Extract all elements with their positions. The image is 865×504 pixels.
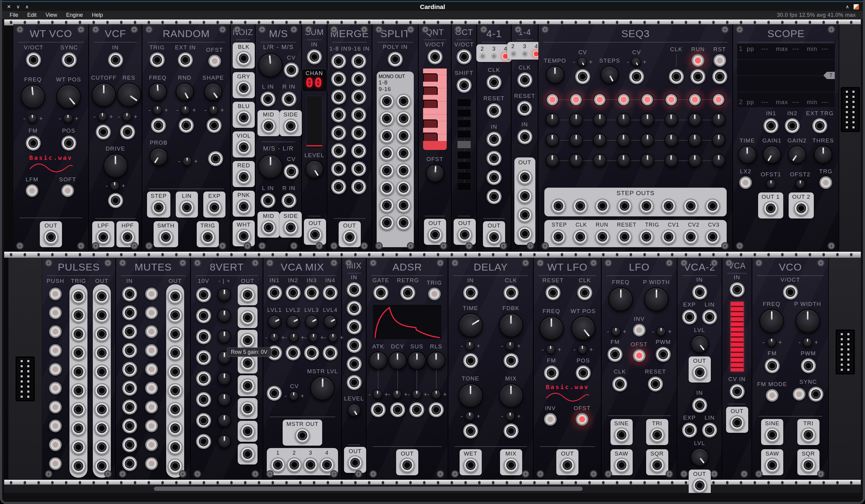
mutes-out-4-jack[interactable] (168, 345, 183, 360)
seq3-trig-jack[interactable] (639, 229, 654, 244)
vert8-10v-3-jack[interactable] (196, 329, 211, 344)
seq3-port-jack[interactable] (712, 69, 727, 84)
vcamix-lvl1-knob[interactable] (268, 315, 281, 329)
mix-port-jack[interactable] (347, 375, 362, 390)
mutes-in-10-jack[interactable] (122, 456, 137, 471)
delay-tone-knob[interactable] (458, 383, 483, 408)
vca2-out-jack[interactable] (692, 478, 707, 493)
pulses-trig-2-jack[interactable] (71, 308, 86, 323)
octave-cell[interactable] (457, 120, 471, 128)
g7-gate-light-lit[interactable] (688, 93, 702, 106)
wtlfo-clk-jack[interactable] (577, 285, 592, 300)
noiz-blk-jack[interactable] (236, 51, 251, 66)
ms-r-in-jack[interactable] (281, 92, 297, 107)
mutes-in-2-jack[interactable] (122, 305, 137, 320)
seq3-trim-knob[interactable] (577, 57, 587, 67)
vert8-10v-4-jack[interactable] (196, 350, 211, 365)
vert8-row1-knob[interactable] (217, 288, 231, 302)
channel-3-led[interactable] (522, 50, 528, 57)
m41-port-jack[interactable] (486, 170, 501, 185)
step-out-1-jack[interactable] (551, 198, 566, 213)
mutes-btn-2[interactable] (145, 306, 158, 319)
merge-9-16-in-5-jack[interactable] (351, 126, 366, 140)
pulses-out-4-jack[interactable] (94, 345, 109, 360)
mix-in-jack[interactable] (347, 282, 362, 297)
vcf-trim-knob[interactable] (97, 112, 107, 121)
wtlfo-trim-knob[interactable] (578, 345, 587, 354)
split-poly-in-jack[interactable] (388, 52, 403, 67)
wtvco-trim-knob[interactable] (27, 114, 37, 123)
seq3-cv3-step5-knob[interactable] (641, 154, 654, 167)
seq3-btn-button[interactable] (714, 54, 726, 67)
key-black[interactable] (423, 121, 447, 128)
vco-sine-jack[interactable] (765, 427, 780, 442)
pulses-out-6-jack[interactable] (94, 383, 109, 398)
random-trim-knob[interactable] (153, 105, 162, 115)
step-out-6-jack[interactable] (661, 198, 676, 213)
scope-in1-jack[interactable] (763, 118, 778, 133)
lfo-clk-jack[interactable] (612, 376, 627, 391)
vco-fm-jack[interactable] (765, 358, 780, 373)
key-white[interactable] (423, 108, 447, 115)
wtlfo-out-jack[interactable] (560, 458, 575, 472)
split-9-16-4-jack[interactable] (396, 146, 411, 161)
vert8-10v-1-jack[interactable] (196, 287, 211, 302)
octave-cell[interactable] (457, 162, 471, 169)
seq3-cv2-step6-knob[interactable] (665, 133, 678, 147)
key-black[interactable] (423, 102, 447, 108)
menu-help[interactable]: Help (88, 12, 107, 18)
random-port-jack[interactable] (208, 151, 223, 166)
mutes-in-8-jack[interactable] (122, 419, 137, 433)
scope-in2-jack[interactable] (785, 118, 800, 133)
vcamix-port-jack[interactable] (323, 345, 338, 360)
seq3-trim-knob[interactable] (631, 57, 641, 67)
lfo-trim-knob[interactable] (611, 327, 621, 336)
delay-trim-knob[interactable] (465, 411, 475, 421)
vcamix-1-jack[interactable] (270, 457, 285, 472)
split-1-8-3-jack[interactable] (379, 128, 394, 143)
wtlfo-wt-pos-knob[interactable] (571, 316, 596, 341)
key-root-highlight[interactable] (423, 141, 447, 150)
close-icon[interactable]: ✕ (7, 4, 11, 10)
oct-shift-jack[interactable] (457, 78, 472, 93)
seq3-cv3-step3-knob[interactable] (593, 154, 607, 167)
pulses-trig-10-jack[interactable] (71, 458, 86, 473)
mutes-btn-7[interactable] (145, 401, 158, 413)
vcamix-mstr-out-jack[interactable] (295, 428, 310, 443)
vcamix-cv-knob[interactable] (289, 391, 299, 401)
noiz-red-jack[interactable] (236, 169, 251, 184)
pulses-out-8-jack[interactable] (94, 421, 109, 436)
seq3-cv2-step7-knob[interactable] (688, 133, 702, 147)
random-prob-knob[interactable] (149, 148, 168, 166)
mutes-in-6-jack[interactable] (122, 381, 137, 396)
adsr-trim-knob[interactable] (373, 390, 382, 399)
vco-port-jack[interactable] (808, 387, 823, 402)
delay-clk-jack[interactable] (504, 285, 519, 300)
vca2-exp-jack[interactable] (682, 309, 697, 325)
delay-trim-knob[interactable] (505, 341, 515, 351)
seq3-cv3-jack[interactable] (705, 229, 720, 244)
vert8-row7-knob[interactable] (217, 414, 231, 427)
lfo-sine-jack[interactable] (614, 427, 629, 442)
seq3-cv3-step1-knob[interactable] (545, 154, 559, 167)
mutes-in-9-jack[interactable] (122, 437, 137, 452)
lfo-freq-knob[interactable] (608, 287, 633, 312)
seq3-port-jack[interactable] (669, 69, 684, 84)
adsr-trim-knob[interactable] (431, 390, 441, 399)
m14-out-4-jack[interactable] (517, 226, 532, 241)
adsr-port-jack[interactable] (429, 402, 444, 417)
pulses-out-1-jack[interactable] (94, 289, 109, 304)
scope-thres-knob[interactable] (814, 145, 832, 164)
ms-r-in-jack[interactable] (281, 193, 297, 208)
vert8-10v-7-jack[interactable] (196, 413, 211, 428)
wtlfo-pos-jack[interactable] (576, 365, 591, 380)
mix-port-jack[interactable] (347, 356, 362, 372)
vca2-in-jack[interactable] (692, 285, 707, 300)
ms-l-in-jack[interactable] (261, 193, 275, 208)
merge-9-16-in-6-jack[interactable] (351, 143, 366, 158)
seq3-cv3-step6-knob[interactable] (665, 154, 678, 167)
random-step-jack[interactable] (151, 200, 166, 215)
octave-cell[interactable] (457, 99, 471, 107)
random-exp-jack[interactable] (207, 200, 222, 215)
split-9-16-1-jack[interactable] (396, 94, 411, 109)
